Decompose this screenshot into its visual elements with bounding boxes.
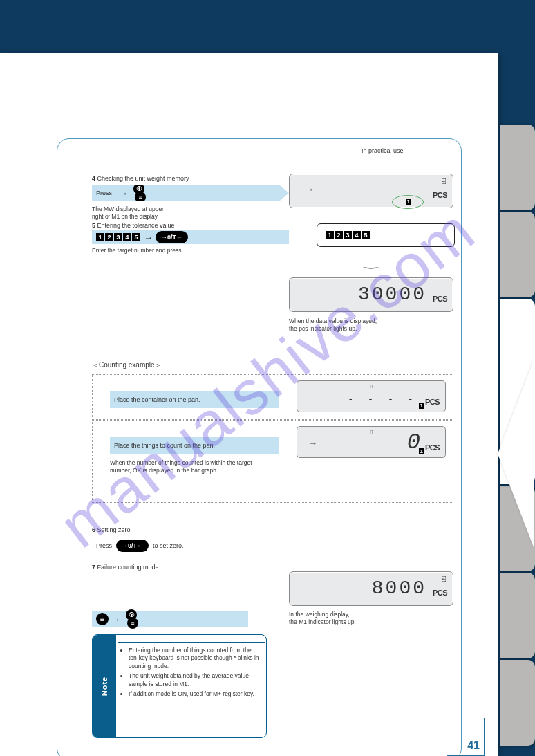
example-a-band: Place the container on the pan. (110, 391, 279, 408)
radio-icon: ⍇ (442, 177, 446, 185)
tab-5[interactable] (500, 573, 535, 658)
step4-label: 4 Checking the unit weight memory (92, 175, 189, 182)
example-a-box: Place the container on the pan. ⎍ - - - … (92, 374, 453, 420)
step7-band: ≡ → ⦿≡ (92, 611, 248, 627)
lcd-value: 30000 (358, 284, 426, 305)
example-b-band: Place the things to count on the pan. (110, 437, 279, 454)
step5-caption: Enter the target number and press . (92, 247, 272, 255)
note-body: Entering the number of things counted fr… (120, 639, 262, 701)
anchor-icon: ⎍ (370, 429, 373, 435)
arrow-icon: → (305, 184, 314, 194)
pcs-label: PCS (433, 191, 447, 199)
step7-label: 7 Failure counting mode (92, 564, 159, 571)
step6-band: Press →0/T← to set zero. (92, 537, 289, 554)
step7-caption: In the weighing display,the M1 indicator… (289, 611, 448, 626)
lcd-value: 8000 (372, 578, 426, 599)
note-item: If addition mode is ON, used for M+ regi… (129, 690, 262, 698)
tab-1[interactable] (500, 125, 535, 210)
note-box: Note Entering the number of things count… (92, 634, 267, 738)
note-item: Entering the number of things counted fr… (129, 647, 262, 670)
zero-tare-key[interactable]: →0/T← (116, 540, 149, 552)
step4-band: Press → ⦿≡ (92, 185, 289, 201)
highlight-circle (392, 195, 424, 209)
step6-title: Setting zero (97, 526, 131, 533)
example-b-note: When the number of things counted is wit… (110, 459, 286, 474)
step4-caption: The MW displayed at upperright of M1 on … (92, 205, 164, 221)
tab-2[interactable] (500, 212, 535, 297)
step4-lcd: ⍇ → PCS 1 (289, 174, 453, 208)
step6-label: 6 Setting zero (92, 526, 131, 533)
dial-icon: ⦿≡ (123, 609, 140, 629)
step5-band: 12345 → →0/T← (92, 230, 289, 244)
step5-lcd-caption: When the data value is displayed,the pcs… (289, 317, 448, 333)
step5-label: 5 Entering the tolerance value (92, 222, 175, 229)
note-label: Note (100, 676, 109, 696)
step5-input-display: 12345 (317, 223, 455, 247)
chevron-down-icon: ⌄ (355, 261, 388, 271)
radio-icon: ⍇ (442, 575, 446, 582)
dial-icon: ⦿≡ (131, 183, 147, 203)
page: In practical use 4 Checking the unit wei… (0, 53, 498, 756)
active-tab-wedge (498, 360, 534, 547)
example-title: ＜Counting example＞ (92, 360, 162, 369)
example-a-lcd: ⎍ - - - - PCS 1 (297, 380, 446, 412)
page-number: 41 (447, 718, 485, 756)
anchor-icon: ⎍ (370, 383, 373, 389)
zero-tare-key[interactable]: →0/T← (156, 231, 188, 243)
step5-title: Entering the tolerance value (97, 222, 175, 229)
example-b-lcd: ⎍ → 0 PCS 1 (297, 426, 446, 458)
practical-header: In practical use (362, 147, 404, 156)
note-item: The unit weight obtained by the average … (129, 672, 262, 688)
content-card: In practical use 4 Checking the unit wei… (57, 138, 462, 756)
example-b-box: Place the things to count on the pan. Wh… (92, 420, 453, 503)
note-label-bar: Note (93, 635, 116, 737)
tab-6[interactable] (500, 660, 535, 746)
step7-lcd: ⍇ 8000 PCS (289, 571, 453, 606)
step5-lcd: 30000 PCS (289, 277, 453, 312)
step4-title: Checking the unit weight memory (97, 175, 189, 182)
menu-key-icon[interactable]: ≡ (96, 613, 109, 625)
step7-title: Failure counting mode (97, 564, 159, 571)
